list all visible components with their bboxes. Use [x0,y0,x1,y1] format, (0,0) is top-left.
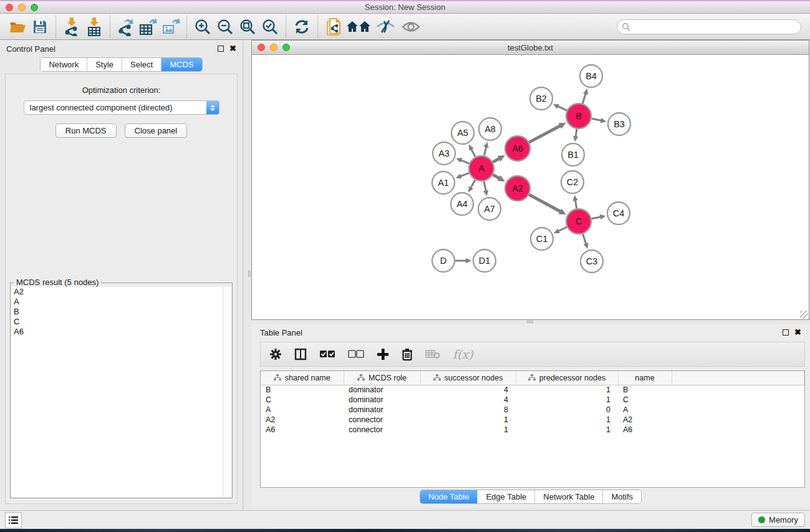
result-list-item[interactable]: C [11,317,231,327]
zoom-fit-button[interactable] [236,16,259,38]
column-header-MCDS-role[interactable]: MCDS role [344,371,420,385]
table-cell[interactable]: 1 [516,385,618,395]
open-network-file-button[interactable] [322,16,345,38]
table-cell[interactable]: connector [344,425,420,435]
result-list-item[interactable]: B [11,307,231,317]
table-cell[interactable]: dominator [344,395,420,405]
table-tab-motifs[interactable]: Motifs [602,490,641,503]
table-cell[interactable]: 1 [516,425,618,435]
table-cell[interactable]: B [261,385,344,395]
table-cell[interactable]: A2 [261,415,344,425]
table-cell[interactable]: 8 [420,405,516,415]
result-scrollbar[interactable] [223,287,231,497]
export-network-button[interactable] [115,16,137,38]
table-cell[interactable]: 1 [516,395,618,405]
table-row[interactable]: Adominator80A [261,405,804,415]
edge-C-C3[interactable] [583,234,587,244]
table-cell[interactable]: C [618,395,672,405]
export-table-button[interactable] [137,16,160,38]
column-header-successor-nodes[interactable]: successor nodes [420,371,516,385]
float-table-panel-icon[interactable] [783,329,789,336]
memory-button[interactable]: Memory [751,513,805,527]
table-cell[interactable]: connector [344,415,420,425]
select-all-columns-button[interactable] [319,350,335,359]
delete-table-button[interactable] [425,349,440,359]
table-cell[interactable]: A [618,405,672,415]
edge-A-A5[interactable] [471,148,475,157]
table-cell[interactable]: 4 [420,395,516,405]
edge-C-C4[interactable] [592,217,602,219]
edge-A2-C[interactable] [529,195,561,212]
edge-A6-B[interactable] [529,125,561,142]
hide-panel-button[interactable] [372,16,400,38]
table-cell[interactable]: dominator [344,405,420,415]
run-mcds-button[interactable]: Run MCDS [55,123,117,138]
float-panel-icon[interactable] [218,46,224,52]
network-maximize-icon[interactable] [282,44,290,51]
column-header-shared-name[interactable]: shared name [261,371,344,385]
edge-B-B2[interactable] [557,106,567,110]
table-cell[interactable]: 1 [420,425,516,435]
close-panel-button[interactable]: Close panel [125,123,188,138]
edge-B-B3[interactable] [592,118,602,120]
settings-gear-button[interactable] [269,348,282,360]
vertical-splitter-handle[interactable] [248,271,251,277]
zoom-out-button[interactable] [214,16,236,38]
tab-mcds[interactable]: MCDS [161,58,201,71]
edge-B-B1[interactable] [576,129,577,138]
node-table[interactable]: shared nameMCDS rolesuccessor nodesprede… [260,370,805,488]
table-cell[interactable]: C [261,395,344,405]
save-session-button[interactable] [29,16,51,38]
table-row[interactable]: Bdominator41B [261,385,804,395]
table-tab-node-table[interactable]: Node Table [420,490,478,503]
export-image-button[interactable] [160,16,182,38]
minimize-window-icon[interactable] [18,4,26,11]
maximize-window-icon[interactable] [31,4,38,11]
table-tab-edge-table[interactable]: Edge Table [477,490,534,503]
home-button[interactable] [345,16,372,38]
import-table-button[interactable] [83,16,105,38]
result-list-item[interactable]: A2 [11,287,231,297]
table-cell[interactable]: 0 [516,405,618,415]
table-cell[interactable]: B [618,385,672,395]
edge-A-A1[interactable] [460,173,469,177]
network-minimize-icon[interactable] [270,44,277,51]
table-row[interactable]: Cdominator41C [261,395,804,405]
window-controls[interactable] [6,4,38,11]
table-row[interactable]: A6connector11A6 [261,425,804,435]
dropdown-stepper-icon[interactable] [206,101,219,114]
close-panel-icon[interactable]: ✖ [229,46,236,52]
table-cell[interactable]: A2 [618,415,672,425]
criterion-dropdown[interactable]: largest connected component (directed) [24,100,219,115]
unselect-all-columns-button[interactable] [348,350,364,359]
table-cell[interactable]: A [261,405,344,415]
column-header-name[interactable]: name [618,371,672,385]
add-column-button[interactable] [377,348,389,360]
table-cell[interactable]: 1 [516,415,618,425]
close-table-panel-icon[interactable]: ✖ [794,329,801,336]
table-row[interactable]: A2connector11A2 [261,415,804,425]
close-window-icon[interactable] [6,4,13,11]
tab-network[interactable]: Network [41,58,87,71]
function-builder-button[interactable]: f(x) [453,347,473,361]
network-graph[interactable]: B4B2BB3B1A5A8A3A6AA1A2C2A4A7C4CC1C3DD1 [253,56,808,319]
resize-grip-icon[interactable] [800,311,808,319]
zoom-in-button[interactable] [191,16,214,38]
table-cell[interactable]: 4 [420,385,516,395]
network-window-titlebar[interactable]: testGlobe.txt [252,41,809,55]
search-input[interactable] [617,19,801,34]
mcds-result-list[interactable]: A2ABCA6 [11,287,231,497]
result-list-item[interactable]: A6 [11,327,231,337]
table-cell[interactable]: A6 [261,425,344,435]
tab-style[interactable]: Style [87,58,122,71]
result-list-item[interactable]: A [11,297,231,307]
edge-A-A4[interactable] [470,180,475,188]
edge-A-A3[interactable] [460,160,470,163]
show-panel-button[interactable] [400,16,422,38]
table-cell[interactable]: dominator [344,385,420,395]
edge-A-A8[interactable] [485,146,486,155]
edge-C-C1[interactable] [557,227,567,231]
table-cell[interactable]: 1 [420,415,516,425]
network-canvas[interactable]: B4B2BB3B1A5A8A3A6AA1A2C2A4A7C4CC1C3DD1 [253,56,808,319]
search-field[interactable] [617,19,801,34]
